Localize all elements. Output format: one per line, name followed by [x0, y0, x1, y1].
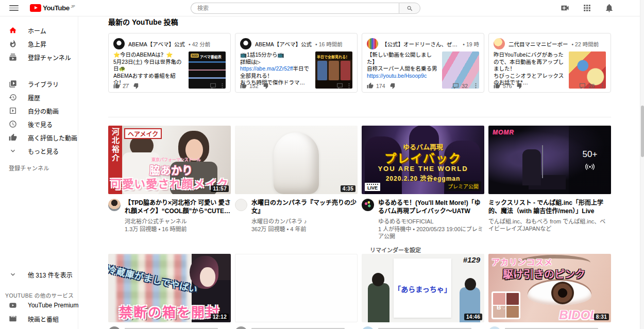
post-header: 二代目マニマニピーボー • 22 時間前 — [494, 38, 606, 50]
sidebar-item-liked-videos[interactable]: 高く評価した動画 — [0, 131, 78, 144]
video-duration: 8:31 — [594, 314, 609, 320]
sidebar-item-show-more[interactable]: もっと見る — [0, 144, 78, 158]
channel-name[interactable]: 二代目マニマニピーボー — [509, 40, 568, 48]
channel-avatar[interactable] — [235, 199, 247, 211]
comment-icon[interactable] — [210, 82, 216, 89]
subscriptions-list-area — [0, 171, 78, 268]
video-channel[interactable]: でんぱ組.inc、ねもべろ from でんぱ組.inc、ベイビーレイズJAPAN… — [488, 218, 611, 232]
sidebar-item-home[interactable]: ホーム — [0, 24, 78, 37]
like-icon[interactable] — [367, 82, 374, 89]
sidebar-item-library[interactable]: ライブラリ — [0, 77, 78, 91]
channel-avatar[interactable] — [108, 326, 121, 329]
channel-avatar[interactable] — [367, 38, 378, 49]
cut-off-title — [378, 326, 484, 329]
thumbnail-art — [317, 61, 350, 80]
sidebar-item-your-videos[interactable]: 自分の動画 — [0, 104, 78, 117]
top-bar: YouTube JP — [0, 0, 644, 16]
section-divider — [108, 117, 611, 117]
video-thumbnail[interactable]: 冷蔵庫がましでやばい 禁断の箱を開封 12:12 — [108, 254, 231, 322]
post-text-line: ⭐今日のABEMAは？⭐ — [113, 51, 185, 59]
video-title[interactable]: 【TPD脇あかり×河北裕介 可愛い 愛され顔メイク】“COOL顔”から“CUTE… — [125, 199, 231, 215]
search-icon — [406, 5, 413, 12]
film-icon — [9, 315, 17, 323]
post-time: • 42 分前 — [189, 40, 210, 48]
person-silhouette — [522, 149, 541, 185]
comment-icon[interactable] — [336, 82, 343, 89]
create-video-button[interactable] — [560, 3, 570, 13]
video-channel[interactable]: ゆるめるモ!OFFICIAL — [378, 218, 484, 225]
like-icon[interactable] — [240, 82, 247, 89]
dislike-icon[interactable] — [517, 82, 523, 89]
more-options-icon[interactable] — [599, 82, 606, 89]
channel-name[interactable]: ABEMA【アベマ】公式 — [128, 40, 185, 48]
video-channel[interactable]: 水曜日のカンパネラ ♪ — [251, 218, 358, 225]
search-input[interactable] — [191, 3, 399, 14]
video-thumbnail[interactable]: 4:35 — [235, 126, 358, 194]
channel-name[interactable]: 【公式】オードリーさん、ぜひ会って — [382, 40, 459, 48]
channel-avatar[interactable] — [362, 326, 374, 329]
comment-icon[interactable] — [452, 82, 459, 89]
channel-avatar[interactable] — [494, 38, 505, 49]
channel-avatar[interactable] — [235, 326, 247, 329]
video-thumbnail[interactable]: 河北裕介 ヘアメイク 東京パフォーマンスドール 脇あかり 可愛い愛され顔メイク … — [108, 126, 231, 194]
channel-avatar[interactable] — [488, 326, 501, 329]
video-title[interactable]: ミックスリスト - でんぱ組.inc「形而上学的、魔法（with 諭吉佳作/me… — [488, 199, 611, 215]
thumbnail-badge-text: ヘアメイク — [124, 128, 162, 139]
veiled-figure — [274, 132, 319, 194]
mix-count: 50+ — [583, 149, 598, 160]
dislike-icon[interactable] — [390, 82, 397, 89]
sidebar-item-watch-later[interactable]: 後で見る — [0, 117, 78, 131]
video-thumbnail[interactable]: ゆるバム再現 プレイバック YOU ARE THE WORLD 2020.2.2… — [362, 126, 484, 194]
video-title[interactable]: 水曜日のカンパネラ『マッチ売りの少女』 — [251, 199, 358, 215]
channel-avatar[interactable] — [240, 38, 251, 49]
community-post-card: ABEMA【アベマ】公式 • 16 時間前 📺1話15分から📺 詳細は▷ htt… — [235, 33, 358, 93]
more-options-icon[interactable] — [346, 82, 352, 89]
channel-avatar[interactable] — [108, 199, 121, 211]
like-icon[interactable] — [113, 82, 120, 89]
live-badge: LIVE — [365, 183, 380, 191]
sidebar-item-subscriptions[interactable]: 登録チャンネル — [0, 50, 78, 64]
video-thumbnail[interactable]: アカリンコスメ 駆け引きのピンク BIDOL B♡ 8:31 — [488, 254, 611, 322]
search-button[interactable] — [399, 3, 420, 14]
hamburger-menu-icon[interactable] — [9, 5, 19, 11]
sidebar-item-label: 高く評価した動画 — [28, 133, 77, 142]
channel-name[interactable]: ABEMA【アベマ】公式 — [255, 40, 312, 48]
video-title[interactable]: ゆるめるモ！(You'll Melt More!)「ゆるバム再現プレイバック〜U… — [378, 199, 484, 215]
video-card: 冷蔵庫がましでやばい 禁断の箱を開封 12:12 — [108, 254, 231, 322]
sidebar-item-youtube-premium[interactable]: YouTube Premium — [0, 299, 78, 312]
sidebar-item-trending[interactable]: 急上昇 — [0, 37, 78, 50]
post-text: 昨日YouTubeにバグがあったので、本日動画を再アップしました！ ちびっこシオ… — [494, 51, 565, 86]
notifications-button[interactable] — [604, 3, 614, 13]
watch-later-icon — [9, 120, 17, 128]
scrollbar-track[interactable] — [640, 0, 644, 329]
video-thumbnail[interactable]: #129 「あらまっちゃ」 14:46 — [362, 254, 484, 322]
set-reminder-button[interactable]: リマインダーを設定 — [370, 246, 484, 254]
sidebar-item-history[interactable]: 履歴 — [0, 91, 78, 104]
mix-thumbnail[interactable]: MOMR 50+ — [488, 126, 611, 194]
post-text: ⭐今日のABEMAは？⭐ 5月23日(土) 今日は世界亀の日🐢 ABEMAおすす… — [113, 51, 185, 86]
dislike-icon[interactable] — [263, 82, 270, 89]
post-time: • 16 時間前 — [315, 40, 343, 48]
thumbs-up-icon — [9, 133, 17, 142]
sidebar-item-show-313-more[interactable]: 他 313 件を表示 — [0, 268, 78, 281]
video-thumbnail[interactable] — [235, 254, 358, 322]
dislike-icon[interactable] — [133, 82, 140, 89]
person-silhouette — [465, 278, 476, 290]
post-link[interactable]: https://abe.ma/2Zr52ff — [240, 65, 293, 72]
sidebar-item-movies-shows[interactable]: 映画と番組 — [0, 312, 78, 325]
apps-button[interactable] — [582, 3, 592, 13]
post-actions: 27 — [113, 82, 226, 89]
video-channel[interactable]: 河北裕介公式チャンネル — [125, 218, 231, 225]
more-options-icon[interactable] — [472, 82, 479, 89]
channel-avatar[interactable] — [113, 38, 125, 49]
more-options-icon[interactable] — [219, 82, 226, 89]
scrollbar-thumb[interactable] — [641, 106, 644, 157]
channel-avatar[interactable] — [362, 199, 374, 211]
iris-art — [551, 282, 574, 304]
like-icon[interactable] — [494, 82, 500, 89]
mix-playlist-icon — [585, 163, 595, 170]
comment-icon[interactable] — [579, 82, 586, 89]
palette-brand-mark: B♡ — [497, 304, 506, 311]
post-link[interactable]: https://youtu.be/Hsoop9c — [367, 73, 427, 79]
youtube-logo[interactable]: YouTube JP — [30, 4, 75, 12]
